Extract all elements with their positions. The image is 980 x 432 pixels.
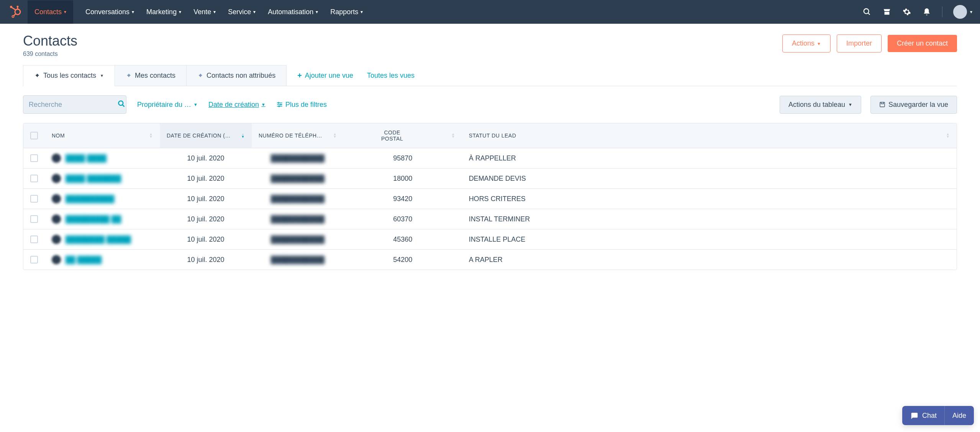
select-all-checkbox[interactable] bbox=[30, 132, 38, 139]
link-label: Ajouter une vue bbox=[305, 72, 353, 80]
chevron-down-icon: ▾ bbox=[253, 9, 256, 15]
top-navigation: Contacts ▾ Conversations ▾ Marketing ▾ V… bbox=[0, 0, 980, 24]
tab-extra-links: + Ajouter une vue Toutes les vues bbox=[297, 65, 415, 86]
table-row[interactable]: ██████████ 10 juil. 2020 ███████████ 934… bbox=[23, 189, 957, 209]
button-label: Actions du tableau bbox=[788, 101, 845, 109]
more-filters[interactable]: Plus de filtres bbox=[276, 101, 327, 109]
table-actions-button[interactable]: Actions du tableau ▼ bbox=[780, 96, 861, 114]
tab-label: Mes contacts bbox=[135, 72, 175, 80]
nav-contacts[interactable]: Contacts ▾ bbox=[28, 0, 73, 24]
header-label: NOM bbox=[52, 133, 65, 139]
button-label: Créer un contact bbox=[897, 39, 948, 47]
import-button[interactable]: Importer bbox=[837, 34, 882, 52]
header-status[interactable]: STATUT DU LEAD ▲▼ bbox=[462, 123, 957, 148]
link-label: Toutes les vues bbox=[367, 72, 415, 80]
header-phone[interactable]: NUMÉRO DE TÉLÉPH… ▲▼ bbox=[252, 123, 344, 148]
chevron-down-icon: ▾ bbox=[316, 9, 318, 15]
create-contact-button[interactable]: Créer un contact bbox=[888, 35, 957, 52]
caret-down-icon: ▼ bbox=[817, 41, 821, 46]
save-view-button[interactable]: Sauvegarder la vue bbox=[870, 96, 957, 114]
table-row[interactable]: ████████ █████ 10 juil. 2020 ███████████… bbox=[23, 229, 957, 250]
table-row[interactable]: ██ █████ 10 juil. 2020 ███████████ 54200… bbox=[23, 250, 957, 270]
contact-name-cell[interactable]: ████████ █████ bbox=[52, 235, 153, 244]
nav-right: ▾ bbox=[862, 5, 972, 19]
nav-label: Contacts bbox=[34, 8, 62, 16]
postal-cell: 95870 bbox=[344, 148, 462, 169]
gear-icon[interactable] bbox=[902, 7, 911, 16]
svg-line-8 bbox=[868, 13, 870, 15]
tab-my-contacts[interactable]: Mes contacts bbox=[115, 65, 187, 86]
header-checkbox-cell bbox=[23, 123, 45, 148]
row-checkbox[interactable] bbox=[30, 154, 38, 162]
all-views-link[interactable]: Toutes les vues bbox=[367, 72, 415, 80]
pin-icon bbox=[197, 73, 203, 79]
contact-avatar bbox=[52, 214, 61, 224]
phone-cell: ███████████ bbox=[271, 154, 324, 162]
nav-vente[interactable]: Vente ▾ bbox=[193, 8, 216, 16]
svg-point-0 bbox=[15, 9, 20, 15]
nav-rapports[interactable]: Rapports ▾ bbox=[330, 8, 363, 16]
row-checkbox[interactable] bbox=[30, 215, 38, 223]
row-checkbox[interactable] bbox=[30, 236, 38, 243]
postal-cell: 54200 bbox=[344, 250, 462, 270]
tab-unassigned-contacts[interactable]: Contacts non attribués bbox=[187, 65, 287, 86]
svg-point-2 bbox=[10, 6, 12, 8]
status-cell: À RAPPELLER bbox=[462, 148, 957, 169]
postal-cell: 93420 bbox=[344, 189, 462, 209]
caret-down-icon: ▼ bbox=[848, 102, 852, 107]
phone-cell: ███████████ bbox=[271, 236, 324, 243]
tab-label: Tous les contacts bbox=[43, 72, 96, 80]
tab-all-contacts[interactable]: Tous les contacts ▼ bbox=[23, 65, 115, 86]
button-label: Sauvegarder la vue bbox=[888, 101, 948, 109]
contact-name: ██████████ bbox=[66, 195, 115, 203]
nav-items: Contacts ▾ Conversations ▾ Marketing ▾ V… bbox=[31, 0, 363, 24]
created-date-cell: 10 juil. 2020 bbox=[160, 250, 252, 270]
button-label: Actions bbox=[792, 39, 814, 47]
search-icon[interactable] bbox=[862, 7, 872, 16]
row-checkbox[interactable] bbox=[30, 256, 38, 263]
row-checkbox[interactable] bbox=[30, 195, 38, 203]
header-created[interactable]: DATE DE CRÉATION (… ▲▼ bbox=[160, 123, 252, 148]
contact-name: ████ ████ bbox=[66, 154, 107, 162]
tab-label: Contacts non attribués bbox=[206, 72, 275, 80]
contact-name-cell[interactable]: █████████ ██ bbox=[52, 214, 153, 224]
search-box[interactable] bbox=[23, 95, 126, 114]
create-date-filter[interactable]: Date de création ▼ bbox=[208, 101, 265, 109]
plus-icon: + bbox=[297, 71, 302, 80]
svg-point-4 bbox=[17, 6, 19, 8]
hubspot-logo[interactable] bbox=[8, 4, 23, 20]
contact-name-cell[interactable]: ██ █████ bbox=[52, 255, 153, 264]
svg-rect-9 bbox=[885, 12, 890, 15]
search-input[interactable] bbox=[29, 101, 118, 109]
page-subtitle: 639 contacts bbox=[23, 51, 77, 57]
nav-marketing[interactable]: Marketing ▾ bbox=[146, 8, 181, 16]
table-row[interactable]: █████████ ██ 10 juil. 2020 ███████████ 6… bbox=[23, 209, 957, 229]
table-row[interactable]: ████ ███████ 10 juil. 2020 ███████████ 1… bbox=[23, 169, 957, 189]
contact-name-cell[interactable]: ██████████ bbox=[52, 194, 153, 203]
phone-cell: ███████████ bbox=[271, 215, 324, 223]
contact-name-cell[interactable]: ████ ████ bbox=[52, 154, 153, 163]
nav-automatisation[interactable]: Automatisation ▾ bbox=[268, 8, 318, 16]
contact-name: ██ █████ bbox=[66, 256, 102, 264]
nav-service[interactable]: Service ▾ bbox=[228, 8, 256, 16]
contact-avatar bbox=[52, 255, 61, 264]
row-checkbox[interactable] bbox=[30, 175, 38, 182]
contact-avatar bbox=[52, 154, 61, 163]
header-name[interactable]: NOM ▲▼ bbox=[45, 123, 160, 148]
account-menu[interactable]: ▾ bbox=[953, 5, 972, 19]
contact-name: ████████ █████ bbox=[66, 236, 131, 244]
contact-name-cell[interactable]: ████ ███████ bbox=[52, 174, 153, 183]
header-postal[interactable]: CODE POSTAL ▲▼ bbox=[344, 123, 462, 148]
nav-conversations[interactable]: Conversations ▾ bbox=[85, 8, 134, 16]
bell-icon[interactable] bbox=[922, 7, 931, 16]
nav-label: Vente bbox=[193, 8, 211, 16]
nav-label: Conversations bbox=[85, 8, 129, 16]
svg-point-6 bbox=[12, 16, 14, 18]
actions-button[interactable]: Actions ▼ bbox=[782, 34, 831, 52]
svg-point-16 bbox=[280, 104, 281, 105]
table-row[interactable]: ████ ████ 10 juil. 2020 ███████████ 9587… bbox=[23, 148, 957, 169]
add-view-link[interactable]: + Ajouter une vue bbox=[297, 71, 353, 80]
sort-arrows-icon: ▲▼ bbox=[946, 133, 950, 138]
marketplace-icon[interactable] bbox=[882, 7, 892, 16]
owner-filter[interactable]: Propriétaire du … ▼ bbox=[137, 101, 198, 109]
